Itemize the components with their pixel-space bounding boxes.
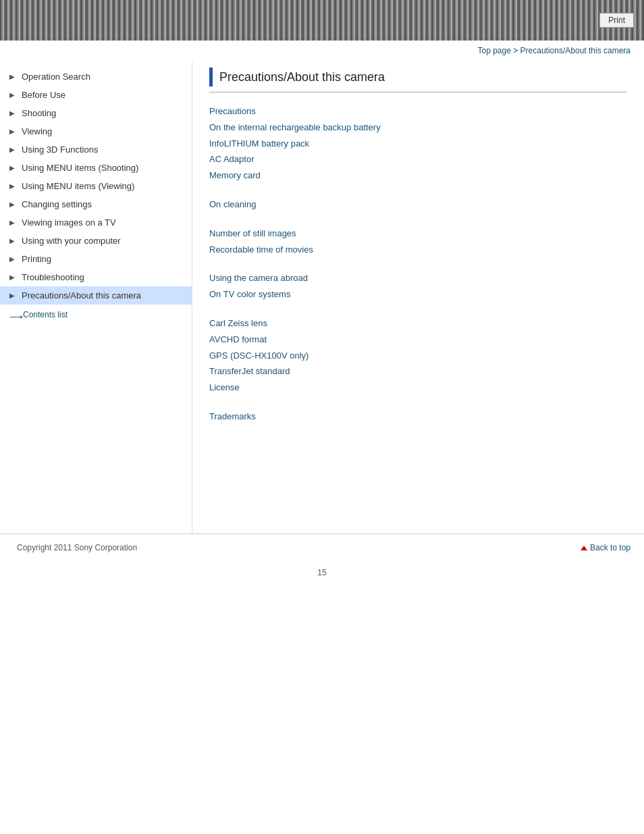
sidebar-arrow-icon: ▶: [9, 219, 18, 227]
sidebar-item-label: Using 3D Functions: [22, 145, 98, 155]
content-link[interactable]: Number of still images: [209, 227, 627, 241]
sidebar-item-label: Troubleshooting: [22, 272, 84, 282]
sidebar-item-viewing-tv[interactable]: ▶Viewing images on a TV: [0, 213, 192, 232]
content-link[interactable]: On cleaning: [209, 198, 627, 212]
content-link[interactable]: Carl Zeiss lens: [209, 317, 627, 331]
content-section-5: Trademarks: [209, 410, 627, 424]
sidebar-item-using-menu-shooting[interactable]: ▶Using MENU items (Shooting): [0, 159, 192, 177]
main-layout: ▶Operation Search▶Before Use▶Shooting▶Vi…: [0, 61, 644, 533]
sidebar-item-label: Viewing images on a TV: [22, 217, 116, 228]
sidebar-arrow-icon: ▶: [9, 109, 18, 118]
sidebar-item-label: Before Use: [22, 90, 65, 100]
sidebar-item-precautions[interactable]: ▶Precautions/About this camera: [0, 286, 192, 305]
content-section-1: On cleaning: [209, 198, 627, 212]
sidebar-arrow-icon: ▶: [9, 292, 18, 300]
copyright-text: Copyright 2011 Sony Corporation: [14, 540, 140, 556]
sidebar-item-using-3d[interactable]: ▶Using 3D Functions: [0, 140, 192, 159]
sidebar-arrow-icon: ▶: [9, 91, 18, 99]
sidebar-item-label: Printing: [22, 254, 51, 264]
sidebar-arrow-icon: ▶: [9, 201, 18, 209]
back-to-top-label: Back to top: [590, 543, 630, 552]
content-link[interactable]: GPS (DSC-HX100V only): [209, 349, 627, 363]
sidebar-item-shooting[interactable]: ▶Shooting: [0, 104, 192, 122]
content-area: Precautions/About this camera Precaution…: [192, 61, 644, 533]
sidebar-item-label: Using MENU items (Viewing): [22, 181, 134, 191]
sidebar-item-label: Using MENU items (Shooting): [22, 163, 138, 173]
sidebar-arrow-icon: ▶: [9, 73, 18, 81]
sidebar-arrow-icon: ▶: [9, 273, 18, 282]
sidebar-item-viewing[interactable]: ▶Viewing: [0, 122, 192, 140]
sidebar-item-operation-search[interactable]: ▶Operation Search: [0, 68, 192, 86]
sidebar-item-label: Changing settings: [22, 199, 92, 209]
sidebar-item-label: Viewing: [22, 126, 52, 136]
contents-list-link[interactable]: Contents list: [0, 305, 192, 325]
sidebar-arrow-icon: ▶: [9, 237, 18, 245]
sidebar-arrow-icon: ▶: [9, 255, 18, 263]
arrow-right-icon: [9, 311, 20, 318]
breadcrumb-current-link[interactable]: Precautions/About this camera: [520, 46, 630, 55]
sidebar-arrow-icon: ▶: [9, 164, 18, 172]
page-title-bar: Precautions/About this camera: [209, 68, 627, 93]
content-link[interactable]: Memory card: [209, 169, 627, 183]
main-sections: PrecautionsOn the internal rechargeable …: [209, 105, 627, 424]
blue-accent-bar: [209, 68, 213, 86]
breadcrumb-separator: >: [511, 46, 520, 55]
sidebar-item-before-use[interactable]: ▶Before Use: [0, 86, 192, 104]
sidebar-arrow-icon: ▶: [9, 146, 18, 154]
content-section-4: Carl Zeiss lensAVCHD formatGPS (DSC-HX10…: [209, 317, 627, 395]
sidebar-item-changing-settings[interactable]: ▶Changing settings: [0, 195, 192, 213]
contents-list-label: Contents list: [23, 310, 68, 319]
sidebar-item-using-computer[interactable]: ▶Using with your computer: [0, 232, 192, 250]
breadcrumb: Top page > Precautions/About this camera: [0, 41, 644, 61]
content-link[interactable]: Precautions: [209, 105, 627, 119]
content-link[interactable]: License: [209, 381, 627, 395]
page-number: 15: [0, 561, 644, 584]
sidebar-item-troubleshooting[interactable]: ▶Troubleshooting: [0, 268, 192, 286]
content-link[interactable]: InfoLITHIUM battery pack: [209, 137, 627, 151]
content-link[interactable]: TransferJet standard: [209, 365, 627, 379]
breadcrumb-top-link[interactable]: Top page: [478, 46, 511, 55]
footer: Copyright 2011 Sony Corporation Back to …: [0, 533, 644, 561]
sidebar-arrow-icon: ▶: [9, 182, 18, 190]
triangle-up-icon: [581, 546, 587, 550]
content-link[interactable]: Recordable time of movies: [209, 243, 627, 257]
back-to-top-link[interactable]: Back to top: [581, 543, 630, 552]
sidebar-item-label: Precautions/About this camera: [22, 290, 141, 301]
content-link[interactable]: Using the camera abroad: [209, 271, 627, 286]
content-link[interactable]: AC Adaptor: [209, 153, 627, 167]
sidebar: ▶Operation Search▶Before Use▶Shooting▶Vi…: [0, 61, 192, 533]
content-section-3: Using the camera abroadOn TV color syste…: [209, 271, 627, 302]
content-link[interactable]: Trademarks: [209, 410, 627, 424]
print-button[interactable]: Print: [599, 13, 634, 28]
sidebar-item-printing[interactable]: ▶Printing: [0, 250, 192, 268]
content-link[interactable]: AVCHD format: [209, 333, 627, 347]
sidebar-item-label: Using with your computer: [22, 236, 121, 246]
sidebar-item-label: Shooting: [22, 108, 56, 118]
content-section-2: Number of still imagesRecordable time of…: [209, 227, 627, 257]
content-link[interactable]: On TV color systems: [209, 288, 627, 302]
page-title: Precautions/About this camera: [219, 70, 385, 84]
sidebar-arrow-icon: ▶: [9, 128, 18, 136]
header-bar: Print: [0, 0, 644, 41]
content-section-0: PrecautionsOn the internal rechargeable …: [209, 105, 627, 183]
sidebar-item-label: Operation Search: [22, 72, 90, 82]
sidebar-item-using-menu-viewing[interactable]: ▶Using MENU items (Viewing): [0, 177, 192, 195]
content-link[interactable]: On the internal rechargeable backup batt…: [209, 121, 627, 135]
